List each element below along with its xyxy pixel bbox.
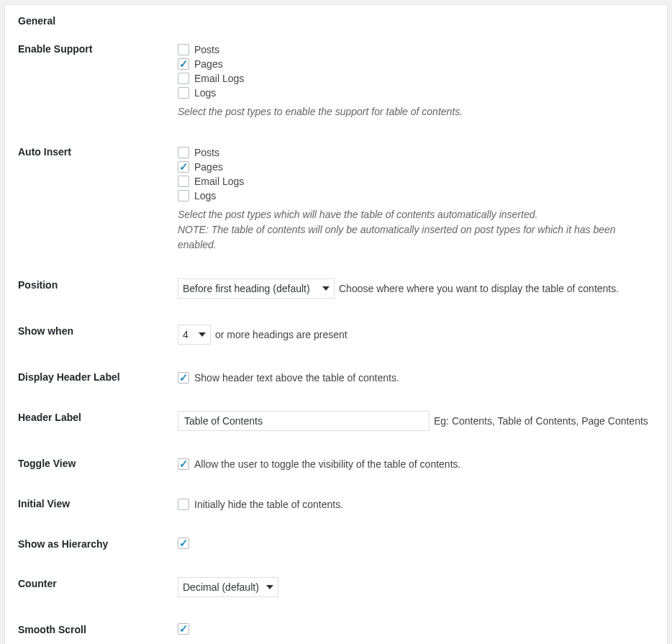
row-hierarchy: Show as Hierarchy (18, 538, 654, 551)
enable-emaillogs-label: Email Logs (194, 71, 244, 86)
field-position: Before first heading (default) Choose wh… (178, 278, 654, 299)
header-label-input[interactable] (178, 411, 430, 431)
initial-view-text: Initially hide the table of contents. (194, 497, 343, 512)
row-show-when: Show when 4 or more headings are present (18, 325, 654, 345)
auto-emaillogs-checkbox[interactable] (178, 176, 189, 187)
label-show-when: Show when (18, 325, 178, 337)
field-header-label: Eg: Contents, Table of Contents, Page Co… (178, 411, 654, 431)
auto-logs-checkbox[interactable] (178, 190, 189, 201)
enable-posts-checkbox[interactable] (178, 44, 189, 55)
display-header-checkbox[interactable] (178, 372, 189, 384)
label-header-label: Header Label (18, 411, 178, 423)
label-hierarchy: Show as Hierarchy (18, 538, 178, 550)
label-position: Position (18, 278, 178, 291)
field-display-header: Show header text above the table of cont… (178, 371, 654, 385)
row-header-label: Header Label Eg: Contents, Table of Cont… (18, 411, 654, 431)
auto-pages-label: Pages (194, 160, 223, 174)
enable-logs-label: Logs (194, 86, 216, 100)
toggle-view-checkbox[interactable] (178, 458, 189, 470)
field-auto-insert: Posts Pages Email Logs Logs Select the p… (178, 145, 654, 253)
enable-pages-label: Pages (194, 57, 223, 71)
header-label-note: Eg: Contents, Table of Contents, Page Co… (434, 415, 648, 427)
enable-support-desc: Select the post types to enable the supp… (178, 104, 654, 119)
field-smooth-scroll (178, 623, 654, 637)
auto-insert-desc1: Select the post types which will have th… (178, 207, 654, 222)
row-smooth-scroll: Smooth Scroll (18, 623, 654, 637)
position-select[interactable]: Before first heading (default) (178, 278, 335, 299)
counter-select[interactable]: Decimal (default) (178, 577, 278, 597)
label-smooth-scroll: Smooth Scroll (18, 623, 178, 635)
enable-posts-label: Posts (194, 42, 219, 57)
field-initial-view: Initially hide the table of contents. (178, 497, 654, 512)
show-when-note: or more headings are present (215, 329, 348, 340)
enable-emaillogs-checkbox[interactable] (178, 73, 189, 84)
auto-logs-label: Logs (194, 189, 216, 203)
enable-pages-checkbox[interactable] (178, 58, 189, 70)
auto-insert-desc2: NOTE: The table of contents will only be… (178, 222, 654, 253)
settings-panel: General Enable Support Posts Pages Email… (4, 4, 668, 644)
row-initial-view: Initial View Initially hide the table of… (18, 497, 654, 512)
auto-posts-label: Posts (194, 145, 219, 160)
hierarchy-checkbox[interactable] (178, 538, 189, 549)
label-counter: Counter (18, 577, 178, 589)
label-initial-view: Initial View (18, 497, 178, 509)
display-header-text: Show header text above the table of cont… (194, 371, 399, 385)
row-counter: Counter Decimal (default) (18, 577, 654, 597)
field-hierarchy (178, 538, 654, 551)
initial-view-checkbox[interactable] (178, 499, 189, 510)
auto-posts-checkbox[interactable] (178, 147, 189, 158)
field-show-when: 4 or more headings are present (178, 325, 654, 345)
row-position: Position Before first heading (default) … (18, 278, 654, 299)
row-enable-support: Enable Support Posts Pages Email Logs Lo… (18, 42, 654, 119)
row-auto-insert: Auto Insert Posts Pages Email Logs Logs … (18, 145, 654, 253)
position-note: Choose where where you want to display t… (339, 283, 619, 294)
label-toggle-view: Toggle View (18, 457, 178, 469)
auto-pages-checkbox[interactable] (178, 161, 189, 173)
field-counter: Decimal (default) (178, 577, 654, 597)
toggle-view-text: Allow the user to toggle the visibility … (194, 457, 460, 471)
label-display-header: Display Header Label (18, 371, 178, 383)
enable-logs-checkbox[interactable] (178, 87, 189, 99)
smooth-scroll-checkbox[interactable] (178, 623, 189, 635)
label-auto-insert: Auto Insert (18, 145, 178, 158)
label-enable-support: Enable Support (18, 42, 178, 55)
row-display-header: Display Header Label Show header text ab… (18, 371, 654, 385)
show-when-select[interactable]: 4 (178, 325, 211, 345)
field-enable-support: Posts Pages Email Logs Logs Select the p… (178, 42, 654, 119)
auto-emaillogs-label: Email Logs (194, 174, 244, 189)
section-title: General (18, 15, 654, 27)
field-toggle-view: Allow the user to toggle the visibility … (178, 457, 654, 471)
row-toggle-view: Toggle View Allow the user to toggle the… (18, 457, 654, 471)
